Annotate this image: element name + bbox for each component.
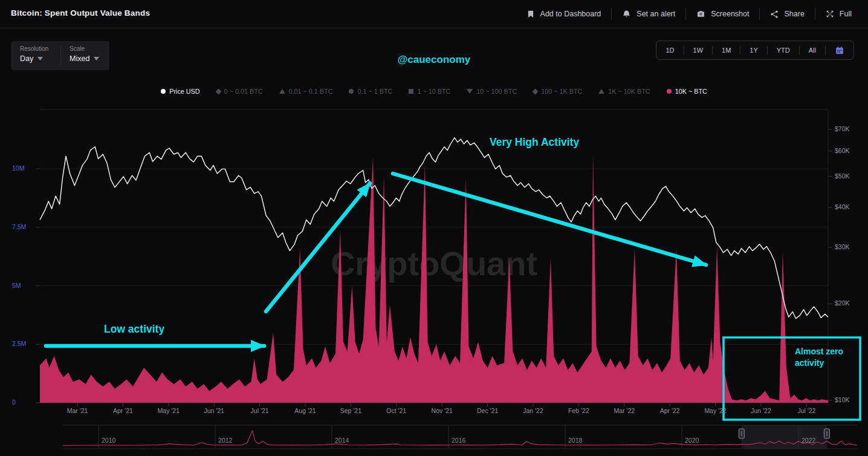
navigator-year-label: 2016 <box>452 437 465 444</box>
y-axis-left-label: 10M <box>12 164 24 172</box>
x-axis-label: Sep '21 <box>340 407 361 414</box>
y-axis-right-label: $60K <box>835 147 850 154</box>
x-axis-label: Jul '21 <box>251 407 269 414</box>
x-axis-label: Jul '22 <box>797 407 815 414</box>
navigator-year-label: 2020 <box>685 437 699 444</box>
navigator-year-label: 2022 <box>802 437 815 444</box>
annotation-very-high-activity: Very High Activity <box>490 136 579 149</box>
y-axis-left-label: 0 <box>12 399 16 406</box>
y-axis-right-label: $50K <box>835 172 850 180</box>
x-axis-label: Aug '21 <box>294 407 316 414</box>
annotation-low-activity: Low activity <box>104 323 164 336</box>
x-axis-label: Oct '21 <box>386 407 406 414</box>
annotation-almost-zero-activity: Almost zero activity <box>795 346 861 369</box>
y-axis-left-label: 7.5M <box>12 223 26 230</box>
x-axis-label: Jun '21 <box>204 407 224 414</box>
navigator-year-label: 2014 <box>335 437 349 444</box>
x-axis-label: Jan '22 <box>523 407 543 414</box>
cryptoquant-chart-page: Bitcoin: Spent Output Value Bands Add to… <box>0 0 868 456</box>
x-axis-label: Jun '22 <box>751 407 771 414</box>
y-axis-left-label: 5M <box>12 282 21 289</box>
navigator-year-label: 2018 <box>568 437 582 444</box>
navigator-year-label: 2012 <box>218 437 232 444</box>
x-axis-label: Apr '21 <box>113 407 133 414</box>
y-axis-right-label: $70K <box>835 125 850 132</box>
x-axis-label: Dec '21 <box>477 407 498 414</box>
x-axis-label: Mar '21 <box>67 407 88 414</box>
y-axis-left-label: 2.5M <box>12 340 26 347</box>
x-axis-label: May '22 <box>704 407 726 414</box>
x-axis-label: May '21 <box>158 407 180 414</box>
chart-canvas[interactable]: CryptoQuant <box>0 0 868 456</box>
x-axis-label: Feb '22 <box>568 407 589 414</box>
watermark: CryptoQuant <box>331 244 537 282</box>
y-axis-right-label: $10K <box>835 396 850 403</box>
price-line-series <box>40 138 828 319</box>
x-axis-label: Apr '22 <box>660 407 680 414</box>
y-axis-right-label: $40K <box>835 203 850 210</box>
x-axis-label: Mar '22 <box>614 407 635 414</box>
x-axis-label: Nov '21 <box>432 407 453 414</box>
y-axis-right-label: $20K <box>835 299 850 307</box>
y-axis-right-label: $30K <box>835 243 850 250</box>
navigator-year-label: 2010 <box>102 437 115 444</box>
